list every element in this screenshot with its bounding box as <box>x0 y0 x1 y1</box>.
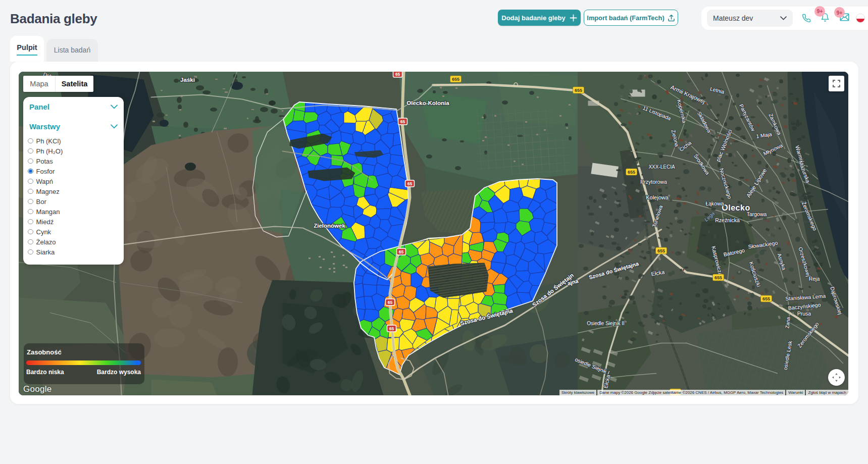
svg-text:Łąkowa: Łąkowa <box>705 200 724 207</box>
svg-text:65: 65 <box>407 181 413 186</box>
svg-text:65: 65 <box>389 326 394 331</box>
svg-text:Kolejowa: Kolejowa <box>646 194 669 200</box>
svg-text:Olecko: Olecko <box>722 203 750 212</box>
svg-text:Olecko-Kolonia: Olecko-Kolonia <box>406 100 449 106</box>
svg-text:65: 65 <box>395 72 400 77</box>
svg-text:655: 655 <box>452 77 459 82</box>
svg-text:Prusa: Prusa <box>797 311 811 317</box>
svg-text:Zielonówek: Zielonówek <box>314 223 345 229</box>
svg-text:Osiedle Siejnik II: Osiedle Siejnik II <box>587 321 624 326</box>
svg-text:XXX-LECIA: XXX-LECIA <box>648 164 675 170</box>
svg-text:Reja: Reja <box>809 276 820 282</box>
svg-text:655: 655 <box>762 296 770 301</box>
svg-text:Jaśki: Jaśki <box>180 77 195 83</box>
svg-text:655: 655 <box>714 275 722 280</box>
svg-text:655: 655 <box>657 248 665 253</box>
svg-text:655: 655 <box>628 170 635 175</box>
svg-text:Targowa: Targowa <box>747 211 767 217</box>
svg-text:65: 65 <box>399 249 404 254</box>
svg-text:65: 65 <box>388 300 393 305</box>
svg-text:65: 65 <box>400 119 405 124</box>
svg-text:655: 655 <box>575 88 582 93</box>
svg-text:Rzeźnicka: Rzeźnicka <box>715 217 740 223</box>
svg-text:Przytorowa: Przytorowa <box>640 179 667 185</box>
